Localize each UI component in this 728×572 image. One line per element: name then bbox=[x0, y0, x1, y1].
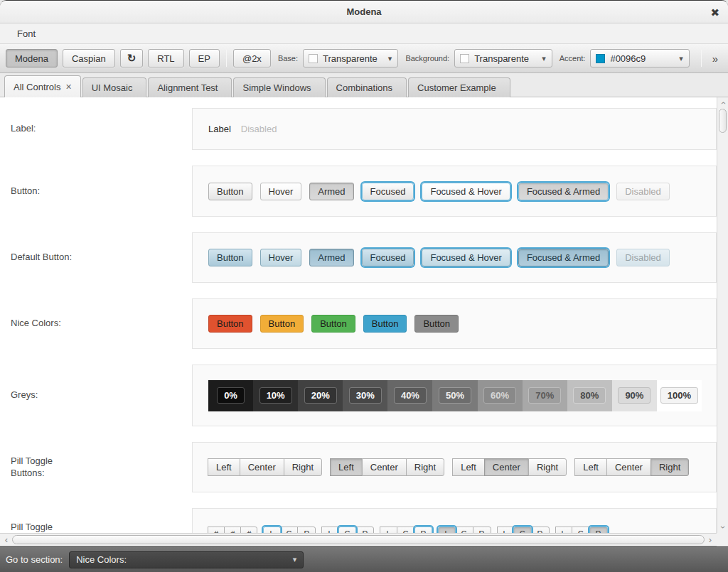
background-combo[interactable]: Transparente ▾ bbox=[454, 49, 552, 68]
colored-button[interactable]: Button bbox=[208, 315, 252, 333]
menu-font[interactable]: Font bbox=[13, 26, 40, 42]
controls-rows: Label: Label Disabled Button: Button Hov… bbox=[0, 97, 717, 533]
grey-percent-button[interactable]: 20% bbox=[304, 387, 337, 404]
pill-toggle-button[interactable]: Center bbox=[362, 458, 407, 476]
pill-toggle-button[interactable]: R bbox=[355, 527, 374, 534]
theme-toggle-button[interactable]: Modena bbox=[6, 49, 58, 68]
tab[interactable]: UI Mosaic bbox=[82, 77, 147, 97]
chevron-down-icon: ▾ bbox=[673, 54, 683, 63]
pill-toggle-button[interactable]: C bbox=[338, 527, 357, 534]
theme-toggle-button[interactable]: Caspian bbox=[63, 49, 115, 68]
grey-percent-button[interactable]: 80% bbox=[573, 387, 606, 404]
tab-close-icon[interactable]: × bbox=[65, 82, 71, 92]
toolbar-overflow-icon[interactable]: » bbox=[708, 53, 722, 65]
default-state-button[interactable]: Armed bbox=[309, 249, 353, 266]
pill-toggle-button[interactable]: # bbox=[208, 527, 225, 534]
pill-toggle-button[interactable]: C bbox=[280, 527, 299, 534]
horizontal-scrollbar[interactable]: ‹ › bbox=[0, 533, 717, 546]
pill-toggle-button[interactable]: R bbox=[531, 527, 550, 534]
grey-percent-button[interactable]: 50% bbox=[439, 387, 471, 404]
pill-toggle-button[interactable]: # bbox=[240, 527, 257, 534]
scroll-left-icon[interactable]: ‹ bbox=[2, 534, 11, 545]
default-state-button[interactable]: Button bbox=[208, 249, 252, 266]
app-window: Modena ✖ Font Modena Caspian ↻ RTL EP @2… bbox=[0, 0, 728, 572]
grey-percent-button[interactable]: 30% bbox=[349, 387, 382, 404]
tab[interactable]: Customer Example bbox=[408, 77, 510, 97]
pill-toggle-button[interactable]: L bbox=[380, 527, 397, 534]
colored-button[interactable]: Button bbox=[363, 315, 407, 333]
scroll-down-icon[interactable]: › bbox=[717, 522, 728, 532]
default-state-button[interactable]: Focused bbox=[362, 249, 414, 266]
pill-toggle-button[interactable]: R bbox=[414, 527, 433, 534]
default-state-button[interactable]: Focused & Armed bbox=[518, 249, 609, 266]
pill-toggle-button[interactable]: L bbox=[555, 527, 572, 534]
state-button[interactable]: Armed bbox=[309, 183, 353, 200]
pill-toggle-button[interactable]: Right bbox=[284, 458, 322, 476]
pill-toggle-button[interactable]: Left bbox=[330, 458, 363, 476]
pill-toggle-button[interactable]: Left bbox=[574, 458, 607, 476]
row-pill-toggle-1: Pill Toggle Buttons: LeftCenterRight Lef… bbox=[0, 442, 717, 492]
pill-toggle-button[interactable]: R bbox=[589, 527, 608, 534]
state-button[interactable]: Disabled bbox=[616, 183, 670, 200]
title-bar: Modena ✖ bbox=[0, 1, 728, 23]
colored-button[interactable]: Button bbox=[311, 315, 355, 333]
grey-percent-button[interactable]: 40% bbox=[394, 387, 427, 404]
grey-percent-button[interactable]: 60% bbox=[483, 387, 516, 404]
pill-toggle-button[interactable]: L bbox=[497, 527, 514, 534]
scroll-right-icon[interactable]: › bbox=[706, 534, 714, 545]
grey-percent-button[interactable]: 10% bbox=[259, 387, 292, 404]
default-state-button[interactable]: Focused & Hover bbox=[422, 249, 510, 266]
horizontal-scrollbar-thumb[interactable] bbox=[12, 535, 705, 544]
row-title: Button: bbox=[11, 185, 89, 197]
pill-toggle-button[interactable]: C bbox=[455, 527, 473, 534]
accent-color-swatch-icon bbox=[596, 54, 605, 63]
pill-toggle-button[interactable]: Left bbox=[452, 458, 485, 476]
pill-toggle-button[interactable]: Left bbox=[208, 458, 240, 476]
tab[interactable]: Simple Windows bbox=[233, 77, 325, 97]
accent-combo[interactable]: #0096c9 ▾ bbox=[590, 49, 689, 68]
pill-toggle-button[interactable]: C bbox=[572, 527, 590, 534]
state-button[interactable]: Focused & Armed bbox=[518, 183, 609, 200]
pill-toggle-button[interactable]: Center bbox=[240, 458, 284, 476]
row-label: Label: Label Disabled bbox=[0, 108, 717, 150]
scroll-up-icon[interactable]: › bbox=[717, 98, 728, 108]
pill-toggle-button[interactable]: R bbox=[297, 527, 316, 534]
ep-button[interactable]: EP bbox=[189, 49, 220, 68]
pill-toggle-button[interactable]: Right bbox=[651, 458, 689, 476]
vertical-scrollbar[interactable]: › › bbox=[717, 97, 728, 533]
vertical-scrollbar-thumb[interactable] bbox=[719, 109, 727, 133]
base-combo[interactable]: Transparente ▾ bbox=[303, 49, 398, 68]
pill-toggle-button[interactable]: L bbox=[321, 527, 338, 534]
pill-toggle-button[interactable]: Right bbox=[528, 458, 567, 476]
colored-button[interactable]: Button bbox=[414, 315, 459, 333]
default-state-button[interactable]: Disabled bbox=[616, 249, 670, 266]
refresh-button[interactable]: ↻ bbox=[120, 49, 144, 68]
grey-percent-button[interactable]: 0% bbox=[217, 387, 245, 404]
retina-2x-button[interactable]: @2x bbox=[233, 49, 271, 68]
pill-toggle-button[interactable]: Center bbox=[606, 458, 651, 476]
tab[interactable]: Combinations bbox=[327, 77, 407, 97]
go-to-section-combo[interactable]: Nice Colors: ▾ bbox=[69, 551, 304, 568]
grey-percent-button[interactable]: 90% bbox=[618, 387, 651, 404]
pill-toggle-button[interactable]: Center bbox=[484, 458, 529, 476]
label-panel: Label Disabled bbox=[192, 108, 717, 150]
colored-button[interactable]: Button bbox=[260, 315, 304, 333]
pill-toggle-button[interactable]: L bbox=[263, 527, 280, 534]
state-button[interactable]: Focused bbox=[362, 183, 414, 200]
state-button[interactable]: Focused & Hover bbox=[422, 183, 510, 200]
tab[interactable]: All Controls × bbox=[4, 75, 81, 97]
pill-toggle-button[interactable]: Right bbox=[406, 458, 444, 476]
pill-toggle-button[interactable]: L bbox=[438, 527, 455, 534]
window-close-icon[interactable]: ✖ bbox=[710, 6, 719, 17]
rtl-button[interactable]: RTL bbox=[148, 49, 183, 68]
pill-toggle-button[interactable]: C bbox=[397, 527, 415, 534]
state-button[interactable]: Button bbox=[208, 183, 252, 200]
default-state-button[interactable]: Hover bbox=[260, 249, 302, 266]
pill-toggle-button[interactable]: # bbox=[224, 527, 241, 534]
pill-toggle-button[interactable]: C bbox=[513, 527, 532, 534]
tab[interactable]: Alignment Test bbox=[148, 77, 232, 97]
state-button[interactable]: Hover bbox=[260, 183, 302, 200]
grey-percent-button[interactable]: 70% bbox=[528, 387, 561, 404]
pill-toggle-button[interactable]: R bbox=[473, 527, 491, 534]
grey-percent-button[interactable]: 100% bbox=[660, 387, 698, 404]
